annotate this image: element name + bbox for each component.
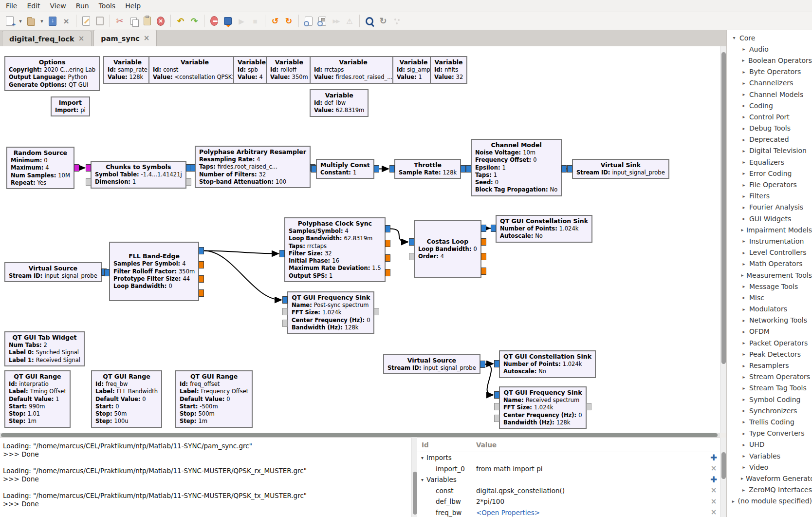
port-out-blue[interactable] xyxy=(199,247,204,254)
enable-blocks-icon[interactable] xyxy=(302,14,315,28)
add-icon[interactable]: ✚ xyxy=(710,476,717,484)
chevron-down-icon[interactable]: ▾ xyxy=(421,477,424,482)
new-file-icon[interactable] xyxy=(3,14,17,28)
tree-item-modulators[interactable]: ▸Modulators xyxy=(727,304,812,315)
block-virtual_sink[interactable]: Virtual SinkStream ID: input_signal_prob… xyxy=(572,159,669,179)
block-freq_sink_post[interactable]: QT GUI Frequency SinkName: Post-sync spe… xyxy=(287,291,374,334)
close-tab-icon[interactable]: × xyxy=(59,14,73,28)
chevron-right-icon[interactable]: ▸ xyxy=(741,182,747,188)
port-in-blue[interactable] xyxy=(466,165,471,172)
block-range_freq_offset[interactable]: QT GUI RangeId: freq_offsetLabel: Freque… xyxy=(175,370,253,428)
select-random-block-icon[interactable] xyxy=(390,14,404,28)
variables-row-freq_bw[interactable]: freq_bw<Open Properties>× xyxy=(417,507,720,517)
reload-blocks-icon[interactable]: ↻ xyxy=(376,14,390,28)
block-var_sig_amp[interactable]: VariableId: sig_ampValue: 1 xyxy=(392,56,435,84)
port-out-blue[interactable] xyxy=(481,225,486,232)
chevron-right-icon[interactable]: ▸ xyxy=(741,431,747,436)
chevron-down-icon[interactable]: ▾ xyxy=(731,35,737,40)
menu-help[interactable]: Help xyxy=(120,0,146,12)
tree-item-misc[interactable]: ▸Misc xyxy=(727,292,812,303)
menu-tools[interactable]: Tools xyxy=(94,0,121,12)
tree-item-digital-television[interactable]: ▸Digital Television xyxy=(727,145,812,156)
chevron-right-icon[interactable]: ▸ xyxy=(741,238,747,244)
port-in-gray[interactable] xyxy=(494,403,499,410)
delete-icon[interactable]: ✕ xyxy=(154,14,167,28)
block-freq_sink_received[interactable]: QT GUI Frequency SinkName: Received spec… xyxy=(499,386,587,429)
undo-icon[interactable]: ↶ xyxy=(174,14,187,28)
row-value[interactable]: digital.qpsk_constellation() xyxy=(472,487,707,495)
new-file-dropdown-icon[interactable]: ▾ xyxy=(17,14,24,28)
chevron-right-icon[interactable]: ▸ xyxy=(741,306,747,312)
chevron-right-icon[interactable]: ▸ xyxy=(741,329,747,334)
tree-item-byte-operators[interactable]: ▸Byte Operators xyxy=(727,66,812,77)
chevron-right-icon[interactable]: ▸ xyxy=(741,295,747,300)
chevron-right-icon[interactable]: ▸ xyxy=(741,114,747,119)
block-throttle[interactable]: ThrottleSample Rate: 128k xyxy=(394,159,461,179)
menu-run[interactable]: Run xyxy=(71,0,94,12)
tree-item-measurement-tools[interactable]: ▸Measurement Tools xyxy=(727,269,812,281)
chevron-right-icon[interactable]: ▸ xyxy=(741,250,747,255)
port-in-blue[interactable] xyxy=(104,269,110,276)
port-in-blue[interactable] xyxy=(190,164,195,172)
block-channel_model[interactable]: Channel ModelNoise Voltage: 10mFrequency… xyxy=(471,139,562,196)
tree-item-video[interactable]: ▸Video xyxy=(727,461,812,473)
port-in-blue[interactable] xyxy=(494,391,499,399)
chevron-right-icon[interactable]: ▸ xyxy=(741,419,747,424)
chevron-right-icon[interactable]: ▸ xyxy=(741,103,747,108)
port-out-magenta[interactable] xyxy=(74,164,79,172)
block-polyphase_resampler[interactable]: Polyphase Arbitrary ResamplerResampling … xyxy=(195,146,311,188)
port-in-gray[interactable] xyxy=(409,253,414,260)
chevron-right-icon[interactable]: ▸ xyxy=(741,363,747,368)
tree-item-stream-tag-tools[interactable]: ▸Stream Tag Tools xyxy=(727,383,812,394)
chevron-right-icon[interactable]: ▸ xyxy=(741,351,747,357)
menu-view[interactable]: View xyxy=(45,0,71,12)
port-in-blue[interactable] xyxy=(311,165,316,172)
tree-item-equalizers[interactable]: ▸Equalizers xyxy=(727,156,812,168)
chevron-right-icon[interactable]: ▸ xyxy=(741,193,747,199)
tree-item-channel-models[interactable]: ▸Channel Models xyxy=(727,89,812,100)
block-const_sink_top[interactable]: QT GUI Constellation SinkNumber of Point… xyxy=(496,215,592,243)
block-range_freq_bw[interactable]: QT GUI RangeId: freq_bwLabel: FLL Bandwi… xyxy=(91,370,162,428)
chevron-right-icon[interactable]: ▸ xyxy=(741,227,744,232)
tree-item-error-coding[interactable]: ▸Error Coding xyxy=(727,168,812,179)
open-file-dropdown-icon[interactable]: ▾ xyxy=(38,14,46,28)
block-chunks_to_symbols[interactable]: Chunks to SymbolsSymbol Table: -1.4...1.… xyxy=(91,161,186,189)
cut-icon[interactable]: ✂ xyxy=(113,14,127,28)
chevron-right-icon[interactable]: ▸ xyxy=(741,159,747,165)
variables-row-Variables[interactable]: ▾Variables✚ xyxy=(417,474,720,485)
block-multiply_const[interactable]: Multiply ConstConstant: 1 xyxy=(316,159,374,179)
block-import_pi[interactable]: ImportImport: pi xyxy=(51,96,90,116)
chevron-right-icon[interactable]: ▸ xyxy=(741,442,747,447)
chevron-right-icon[interactable]: ▸ xyxy=(741,476,743,481)
port-in-blue[interactable] xyxy=(491,225,496,232)
tree-item-no-module[interactable]: ▸ (no module specified) xyxy=(727,496,812,507)
tree-item-trellis-coding[interactable]: ▸Trellis Coding xyxy=(727,416,812,427)
variables-row-Imports[interactable]: ▾Imports✚ xyxy=(417,452,720,463)
chevron-right-icon[interactable]: ▸ xyxy=(741,205,747,210)
tree-item-audio[interactable]: ▸Audio xyxy=(727,43,812,55)
block-fll_band_edge[interactable]: FLL Band-EdgeSamples Per Symbol: 4Filter… xyxy=(109,242,199,301)
chevron-right-icon[interactable]: ▸ xyxy=(731,498,736,504)
block-var_def_lbw[interactable]: VariableId: def_lbwValue: 62.8319m xyxy=(310,89,369,117)
chevron-right-icon[interactable]: ▸ xyxy=(741,340,747,345)
redo-icon[interactable]: ↷ xyxy=(187,14,201,28)
port-out-blue[interactable] xyxy=(385,225,390,232)
open-file-icon[interactable] xyxy=(24,14,38,28)
port-in-gray[interactable] xyxy=(494,415,499,422)
block-virtual_source_top[interactable]: Virtual SourceStream ID: input_signal_pr… xyxy=(4,262,102,282)
kill-flowgraph-icon[interactable]: ■ xyxy=(248,14,262,28)
port-out-blue[interactable] xyxy=(461,165,466,172)
chevron-down-icon[interactable]: ▾ xyxy=(421,455,424,460)
chevron-right-icon[interactable]: ▸ xyxy=(741,261,747,267)
tree-item-packet-operators[interactable]: ▸Packet Operators xyxy=(727,337,812,348)
port-in-blue[interactable] xyxy=(494,360,499,367)
disable-blocks-icon[interactable] xyxy=(315,14,329,28)
execute-flowgraph-icon[interactable]: ▶ xyxy=(235,14,248,28)
port-out-blue[interactable] xyxy=(480,361,485,368)
port-out-gray[interactable] xyxy=(186,178,191,186)
tree-item-fourier-analysis[interactable]: ▸Fourier Analysis xyxy=(727,202,812,213)
port-in-blue[interactable] xyxy=(279,250,285,257)
tab-close-icon[interactable]: × xyxy=(144,35,150,42)
port-out-orange[interactable] xyxy=(199,275,204,283)
toggle-comments-icon[interactable]: ⚠ xyxy=(343,14,356,28)
